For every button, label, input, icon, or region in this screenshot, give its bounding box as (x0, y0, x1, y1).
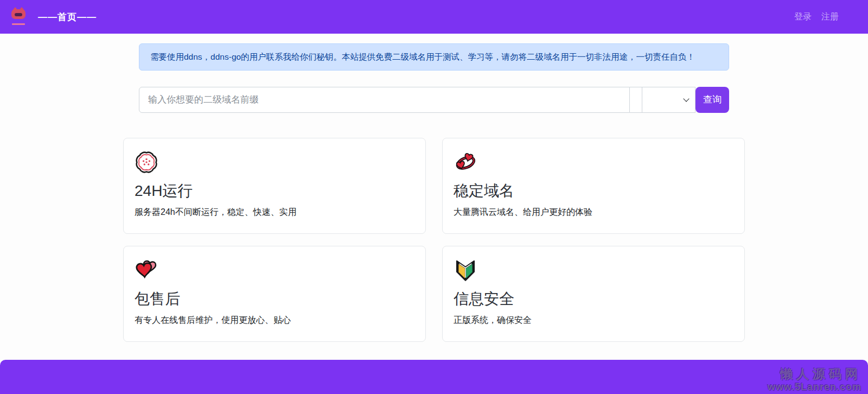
site-logo[interactable] (10, 8, 27, 26)
feature-desc: 有专人在线售后维护，使用更放心、贴心 (135, 315, 414, 326)
watermark: 懒人源码网 www.5Lanren.com (768, 367, 861, 392)
domain-search-group: 查询 (139, 87, 729, 113)
white-flower-icon (135, 150, 414, 175)
feature-card: 包售后 有专人在线售后维护，使用更放心、贴心 (123, 246, 426, 342)
feature-desc: 大量腾讯云域名、给用户更好的体验 (454, 207, 733, 218)
domain-prefix-input[interactable] (139, 87, 630, 113)
feature-title: 24H运行 (135, 181, 414, 201)
feature-card: 信息安全 正版系统，确保安全 (442, 246, 745, 342)
register-link[interactable]: 注册 (821, 11, 839, 23)
logo-mascot-face (15, 13, 22, 16)
feature-title: 稳定域名 (454, 181, 733, 201)
nav-item-home[interactable]: ——首页—— (38, 11, 97, 23)
beginner-badge-icon (454, 258, 733, 283)
domain-suffix-select-wrap (642, 87, 695, 113)
feature-card-grid: 24H运行 服务器24h不间断运行，稳定、快速、实用 稳定域名 大量 (123, 138, 745, 342)
watermark-site-url: www.5Lanren.com (768, 382, 861, 392)
feature-title: 包售后 (135, 289, 414, 309)
two-hearts-icon (135, 258, 414, 283)
top-navbar: ——首页—— 登录 注册 (0, 0, 868, 34)
notice-alert-text: 需要使用ddns，ddns-go的用户联系我给你们秘钥。本站提供免费二级域名用于… (150, 52, 695, 61)
feature-card: 24H运行 服务器24h不间断运行，稳定、快速、实用 (123, 138, 426, 234)
feature-title: 信息安全 (454, 289, 733, 309)
revolving-hearts-icon (454, 150, 733, 175)
feature-desc: 正版系统，确保安全 (454, 315, 733, 326)
page: ——首页—— 登录 注册 需要使用ddns，ddns-go的用户联系我给你们秘钥… (0, 0, 868, 394)
watermark-site-name: 懒人源码网 (768, 367, 861, 382)
notice-alert: 需要使用ddns，ddns-go的用户联系我给你们秘钥。本站提供免费二级域名用于… (139, 43, 729, 71)
feature-desc: 服务器24h不间断运行，稳定、快速、实用 (135, 207, 414, 218)
domain-suffix-select[interactable] (642, 87, 695, 112)
logo-caption-bar (12, 23, 25, 25)
query-button[interactable]: 查询 (695, 87, 729, 113)
login-link[interactable]: 登录 (794, 11, 812, 23)
feature-card: 稳定域名 大量腾讯云域名、给用户更好的体验 (442, 138, 745, 234)
page-footer: 懒人源码网 www.5Lanren.com (0, 360, 868, 394)
input-group-spacer (630, 87, 642, 113)
